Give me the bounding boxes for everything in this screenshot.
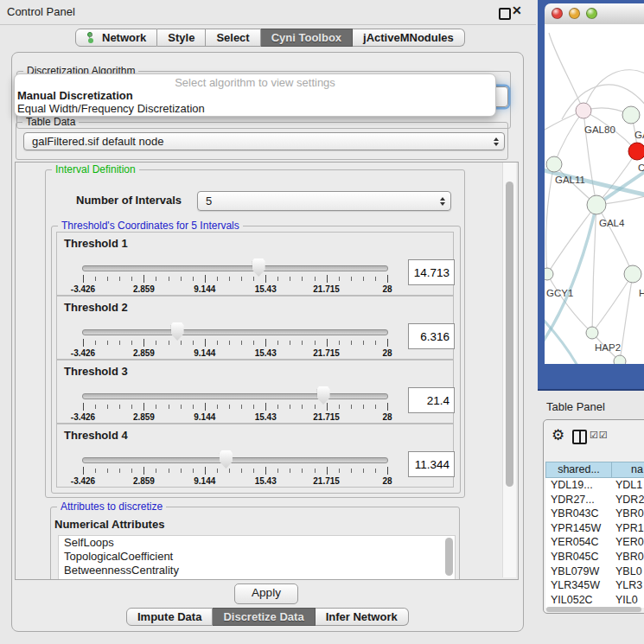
table-row[interactable]: YPR145WYPR1 (545, 521, 644, 536)
settings-scroll-viewport: Interval Definition Number of Intervals … (15, 162, 519, 580)
tab-label: Network (102, 31, 146, 44)
slider-thumb[interactable] (317, 386, 330, 405)
threshold-value-field[interactable] (408, 259, 455, 285)
network-node-h[interactable] (624, 265, 641, 283)
network-node-ga[interactable] (622, 106, 640, 124)
cell-name: YBR0 (612, 507, 644, 521)
algorithm-option-manual-discretization[interactable]: Manual Discretization (17, 89, 133, 102)
group-title: Threshold's Coordinates for 5 Intervals (58, 220, 243, 232)
number-of-intervals-label: Number of Intervals (76, 194, 182, 207)
cell-name: YDR2 (612, 493, 644, 507)
threshold-panel: Threshold 2 -3.4262.8599.14415.4321.7152… (56, 296, 454, 360)
vertical-scrollbar[interactable] (502, 163, 516, 577)
network-node-gal80[interactable] (576, 103, 591, 118)
threshold-value-field[interactable] (408, 451, 455, 477)
table-row[interactable]: YDL19...YDL1 (545, 478, 644, 493)
slider-thumb[interactable] (220, 450, 233, 469)
threshold-label: Threshold 1 (64, 237, 128, 250)
minimize-traffic-light[interactable] (569, 8, 580, 19)
slider-track[interactable] (82, 393, 388, 399)
bottom-tab-bar: Impute DataDiscretize DataInfer Network (126, 608, 409, 626)
tab-select[interactable]: Select (206, 29, 260, 47)
numerical-attributes-list[interactable]: SelfLoopsTopologicalCoefficientBetweenne… (58, 535, 456, 580)
slider-ticks (83, 467, 387, 476)
tab-label: Cyni Toolbox (271, 31, 341, 44)
list-scrollbar[interactable] (445, 538, 453, 576)
tab-network[interactable]: Network (75, 29, 157, 47)
float-window-icon[interactable] (499, 8, 511, 20)
slider-track[interactable] (82, 265, 388, 271)
algorithm-option-equal-width-frequency-discretization[interactable]: Equal Width/Frequency Discretization (17, 102, 205, 115)
tab-discretize-data[interactable]: Discretize Data (213, 608, 315, 626)
threshold-value-field[interactable] (408, 323, 455, 349)
table-row[interactable]: YER054CYER0 (545, 535, 644, 550)
network-canvas[interactable]: GAL80GACGAL11GAL4GCY1HHAP2 (545, 24, 644, 364)
network-node[interactable] (614, 355, 626, 364)
tab-impute-data[interactable]: Impute Data (126, 608, 213, 626)
attribute-item-betweennesscentrality[interactable]: BetweennessCentrality (59, 564, 455, 577)
table-row[interactable]: YBL079WYBL0 (545, 564, 644, 579)
attribute-item-selfloops[interactable]: SelfLoops (59, 536, 455, 550)
intervals-value: 5 (206, 194, 212, 207)
table-body: YDL19...YDL1YDR27...YDR2YBR043CYBR0YPR14… (545, 478, 644, 608)
threshold-value-field[interactable] (408, 387, 455, 413)
tab-jactivemnodules[interactable]: jActiveMNodules (353, 29, 465, 47)
group-title: Attributes to discretize (57, 501, 166, 513)
combo-stepper-icon (494, 137, 499, 146)
table-row[interactable]: YDR27...YDR2 (545, 493, 644, 507)
apply-button[interactable]: Apply (234, 583, 298, 604)
slider-thumb[interactable] (252, 258, 265, 277)
tab-infer-network[interactable]: Infer Network (316, 608, 409, 626)
network-icon (86, 32, 97, 43)
slider-thumb[interactable] (171, 322, 184, 341)
network-node-gal4[interactable] (587, 195, 606, 214)
node-label: GA (634, 130, 644, 140)
network-node-gal11[interactable] (546, 156, 562, 172)
table-row[interactable]: YLR345WYLR3 (545, 578, 644, 593)
cell-shared-name: YPR145W (545, 521, 612, 536)
attributes-group: Attributes to discretize Numerical Attri… (50, 507, 460, 580)
slider-track[interactable] (82, 329, 388, 335)
close-icon[interactable]: ✕ (512, 3, 522, 17)
horizontal-scrollbar[interactable] (546, 607, 641, 612)
cell-shared-name: YBL079W (545, 564, 612, 579)
split-columns-icon[interactable] (572, 430, 587, 444)
cell-shared-name: YBR045C (545, 550, 612, 564)
zoom-traffic-light[interactable] (586, 8, 597, 19)
network-view-window: GAL80GACGAL11GAL4GCY1HHAP2 (538, 0, 644, 391)
tab-cyni-toolbox[interactable]: Cyni Toolbox (261, 29, 353, 47)
network-window-titlebar[interactable] (545, 3, 644, 25)
slider-track[interactable] (82, 457, 388, 463)
threshold-panel: Threshold 4 -3.4262.8599.14415.4321.7152… (56, 424, 454, 488)
gear-icon[interactable]: ⚙ (552, 426, 564, 444)
close-traffic-light[interactable] (552, 8, 563, 19)
dropdown-hint: Select algorithm to view settings (15, 76, 495, 89)
cell-name: YIL0 (612, 593, 638, 608)
number-of-intervals-combobox[interactable]: 5 (197, 191, 451, 211)
scrollbar-thumb[interactable] (506, 182, 513, 487)
cyni-toolbox-panel: Discretization Algorithm Select algorith… (11, 52, 524, 632)
tab-label: Infer Network (326, 610, 398, 623)
table-row[interactable]: YBR045CYBR0 (545, 550, 644, 564)
network-node-gcy1[interactable] (545, 268, 553, 280)
table-panel: ⚙ ☑☑ shared... na YDL19...YDL1YDR27...YD… (543, 419, 644, 614)
threshold-panel: Threshold 3 -3.4262.8599.14415.4321.7152… (56, 360, 454, 424)
table-data-combobox[interactable]: galFiltered.sif default node (23, 132, 505, 150)
network-node-hap2[interactable] (586, 327, 598, 339)
table-row[interactable]: YIL052CYIL0 (545, 593, 644, 608)
cell-name: YDL1 (612, 478, 642, 493)
attribute-item-topologicalcoefficient[interactable]: TopologicalCoefficient (59, 550, 455, 564)
network-node-c[interactable] (628, 143, 644, 160)
cell-name: YLR3 (612, 578, 642, 593)
threshold-label: Threshold 2 (64, 301, 128, 314)
table-data-value: galFiltered.sif default node (32, 135, 163, 148)
slider-ticks (83, 403, 387, 412)
tab-style[interactable]: Style (157, 29, 206, 47)
network-graph[interactable]: GAL80GACGAL11GAL4GCY1HHAP2 (545, 24, 644, 364)
table-row[interactable]: YBR043CYBR0 (545, 507, 644, 521)
node-label: C (638, 163, 644, 173)
column-header-shared-name[interactable]: shared... (545, 462, 612, 478)
column-header-name[interactable]: na (612, 462, 644, 478)
control-panel-titlebar: Control Panel ✕ (0, 0, 536, 25)
column-checkboxes-icon[interactable]: ☑☑ (590, 430, 609, 441)
